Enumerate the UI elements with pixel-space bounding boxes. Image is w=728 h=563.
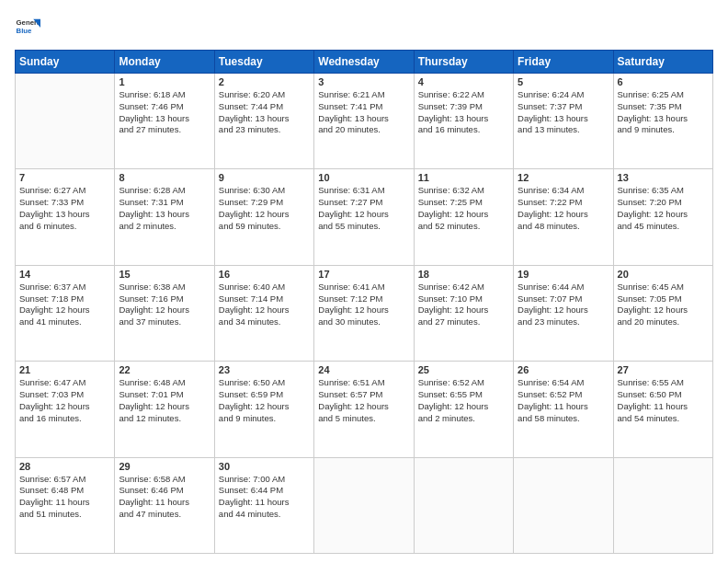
day-number: 26 xyxy=(518,364,609,375)
day-number: 8 xyxy=(119,172,210,183)
calendar-cell: 16Sunrise: 6:40 AMSunset: 7:14 PMDayligh… xyxy=(214,265,313,361)
days-of-week-row: SundayMondayTuesdayWednesdayThursdayFrid… xyxy=(16,51,713,74)
cell-content: Sunrise: 6:42 AMSunset: 7:10 PMDaylight:… xyxy=(418,282,509,328)
calendar-cell: 30Sunrise: 7:00 AMSunset: 6:44 PMDayligh… xyxy=(214,457,313,553)
dow-header-saturday: Saturday xyxy=(613,51,712,74)
day-number: 13 xyxy=(618,172,709,183)
calendar-cell: 22Sunrise: 6:48 AMSunset: 7:01 PMDayligh… xyxy=(115,362,214,457)
calendar-cell: 17Sunrise: 6:41 AMSunset: 7:12 PMDayligh… xyxy=(314,265,414,361)
day-number: 1 xyxy=(119,76,210,87)
day-number: 20 xyxy=(618,269,709,280)
day-number: 23 xyxy=(219,364,310,375)
calendar-cell: 12Sunrise: 6:34 AMSunset: 7:22 PMDayligh… xyxy=(514,169,613,265)
cell-content: Sunrise: 6:24 AMSunset: 7:37 PMDaylight:… xyxy=(518,89,609,136)
cell-content: Sunrise: 6:38 AMSunset: 7:16 PMDaylight:… xyxy=(119,282,210,328)
calendar-cell xyxy=(414,457,513,553)
calendar-cell: 6Sunrise: 6:25 AMSunset: 7:35 PMDaylight… xyxy=(613,74,712,169)
day-number: 7 xyxy=(19,172,110,183)
week-row-4: 21Sunrise: 6:47 AMSunset: 7:03 PMDayligh… xyxy=(16,362,713,457)
dow-header-friday: Friday xyxy=(514,51,613,74)
calendar-cell xyxy=(16,74,115,169)
week-row-2: 7Sunrise: 6:27 AMSunset: 7:33 PMDaylight… xyxy=(16,169,713,265)
day-number: 18 xyxy=(418,269,509,280)
day-number: 4 xyxy=(418,76,509,87)
cell-content: Sunrise: 6:44 AMSunset: 7:07 PMDaylight:… xyxy=(518,282,609,328)
calendar-body: 1Sunrise: 6:18 AMSunset: 7:46 PMDaylight… xyxy=(16,74,713,554)
day-number: 28 xyxy=(19,461,110,472)
day-number: 6 xyxy=(618,76,709,87)
dow-header-thursday: Thursday xyxy=(414,51,513,74)
dow-header-monday: Monday xyxy=(115,51,214,74)
day-number: 30 xyxy=(219,461,310,472)
day-number: 3 xyxy=(318,76,409,87)
cell-content: Sunrise: 6:20 AMSunset: 7:44 PMDaylight:… xyxy=(219,89,310,136)
calendar-cell: 7Sunrise: 6:27 AMSunset: 7:33 PMDaylight… xyxy=(16,169,115,265)
day-number: 27 xyxy=(618,364,709,375)
calendar-cell: 14Sunrise: 6:37 AMSunset: 7:18 PMDayligh… xyxy=(16,265,115,361)
calendar-cell: 8Sunrise: 6:28 AMSunset: 7:31 PMDaylight… xyxy=(115,169,214,265)
day-number: 19 xyxy=(518,269,609,280)
day-number: 9 xyxy=(219,172,310,183)
cell-content: Sunrise: 6:28 AMSunset: 7:31 PMDaylight:… xyxy=(119,185,210,232)
day-number: 24 xyxy=(318,364,409,375)
cell-content: Sunrise: 6:57 AMSunset: 6:48 PMDaylight:… xyxy=(19,474,110,521)
cell-content: Sunrise: 6:18 AMSunset: 7:46 PMDaylight:… xyxy=(119,89,210,136)
calendar-cell: 26Sunrise: 6:54 AMSunset: 6:52 PMDayligh… xyxy=(514,362,613,457)
cell-content: Sunrise: 6:47 AMSunset: 7:03 PMDaylight:… xyxy=(19,377,110,424)
week-row-3: 14Sunrise: 6:37 AMSunset: 7:18 PMDayligh… xyxy=(16,265,713,361)
calendar-cell: 19Sunrise: 6:44 AMSunset: 7:07 PMDayligh… xyxy=(514,265,613,361)
day-number: 29 xyxy=(119,461,210,472)
calendar-cell: 3Sunrise: 6:21 AMSunset: 7:41 PMDaylight… xyxy=(314,74,414,169)
calendar-cell: 10Sunrise: 6:31 AMSunset: 7:27 PMDayligh… xyxy=(314,169,414,265)
cell-content: Sunrise: 6:50 AMSunset: 6:59 PMDaylight:… xyxy=(219,377,310,424)
cell-content: Sunrise: 6:41 AMSunset: 7:12 PMDaylight:… xyxy=(318,282,409,328)
calendar-cell: 18Sunrise: 6:42 AMSunset: 7:10 PMDayligh… xyxy=(414,265,513,361)
day-number: 21 xyxy=(19,364,110,375)
cell-content: Sunrise: 6:55 AMSunset: 6:50 PMDaylight:… xyxy=(618,377,709,424)
calendar-cell: 2Sunrise: 6:20 AMSunset: 7:44 PMDaylight… xyxy=(214,74,313,169)
day-number: 12 xyxy=(518,172,609,183)
day-number: 11 xyxy=(418,172,509,183)
cell-content: Sunrise: 6:37 AMSunset: 7:18 PMDaylight:… xyxy=(19,282,110,328)
calendar-cell: 9Sunrise: 6:30 AMSunset: 7:29 PMDaylight… xyxy=(214,169,313,265)
calendar-cell xyxy=(514,457,613,553)
cell-content: Sunrise: 6:54 AMSunset: 6:52 PMDaylight:… xyxy=(518,377,609,424)
cell-content: Sunrise: 6:22 AMSunset: 7:39 PMDaylight:… xyxy=(418,89,509,136)
cell-content: Sunrise: 6:40 AMSunset: 7:14 PMDaylight:… xyxy=(219,282,310,328)
calendar-cell xyxy=(613,457,712,553)
dow-header-sunday: Sunday xyxy=(16,51,115,74)
cell-content: Sunrise: 6:27 AMSunset: 7:33 PMDaylight:… xyxy=(19,185,110,232)
calendar-cell: 23Sunrise: 6:50 AMSunset: 6:59 PMDayligh… xyxy=(214,362,313,457)
calendar-cell: 13Sunrise: 6:35 AMSunset: 7:20 PMDayligh… xyxy=(613,169,712,265)
dow-header-wednesday: Wednesday xyxy=(314,51,414,74)
svg-text:Blue: Blue xyxy=(17,27,33,35)
calendar-cell: 20Sunrise: 6:45 AMSunset: 7:05 PMDayligh… xyxy=(613,265,712,361)
calendar-cell: 24Sunrise: 6:51 AMSunset: 6:57 PMDayligh… xyxy=(314,362,414,457)
cell-content: Sunrise: 6:34 AMSunset: 7:22 PMDaylight:… xyxy=(518,185,609,232)
cell-content: Sunrise: 6:21 AMSunset: 7:41 PMDaylight:… xyxy=(318,89,409,136)
calendar-cell: 27Sunrise: 6:55 AMSunset: 6:50 PMDayligh… xyxy=(613,362,712,457)
calendar-cell: 25Sunrise: 6:52 AMSunset: 6:55 PMDayligh… xyxy=(414,362,513,457)
day-number: 15 xyxy=(119,269,210,280)
calendar-cell: 21Sunrise: 6:47 AMSunset: 7:03 PMDayligh… xyxy=(16,362,115,457)
cell-content: Sunrise: 6:32 AMSunset: 7:25 PMDaylight:… xyxy=(418,185,509,232)
logo: General Blue xyxy=(15,15,40,40)
cell-content: Sunrise: 6:25 AMSunset: 7:35 PMDaylight:… xyxy=(618,89,709,136)
day-number: 17 xyxy=(318,269,409,280)
calendar-cell: 1Sunrise: 6:18 AMSunset: 7:46 PMDaylight… xyxy=(115,74,214,169)
calendar-cell: 15Sunrise: 6:38 AMSunset: 7:16 PMDayligh… xyxy=(115,265,214,361)
cell-content: Sunrise: 6:48 AMSunset: 7:01 PMDaylight:… xyxy=(119,377,210,424)
week-row-1: 1Sunrise: 6:18 AMSunset: 7:46 PMDaylight… xyxy=(16,74,713,169)
calendar-cell: 29Sunrise: 6:58 AMSunset: 6:46 PMDayligh… xyxy=(115,457,214,553)
cell-content: Sunrise: 6:51 AMSunset: 6:57 PMDaylight:… xyxy=(318,377,409,424)
calendar-cell: 11Sunrise: 6:32 AMSunset: 7:25 PMDayligh… xyxy=(414,169,513,265)
cell-content: Sunrise: 7:00 AMSunset: 6:44 PMDaylight:… xyxy=(219,474,310,521)
cell-content: Sunrise: 6:30 AMSunset: 7:29 PMDaylight:… xyxy=(219,185,310,232)
calendar-cell: 5Sunrise: 6:24 AMSunset: 7:37 PMDaylight… xyxy=(514,74,613,169)
dow-header-tuesday: Tuesday xyxy=(214,51,313,74)
cell-content: Sunrise: 6:35 AMSunset: 7:20 PMDaylight:… xyxy=(618,185,709,232)
week-row-5: 28Sunrise: 6:57 AMSunset: 6:48 PMDayligh… xyxy=(16,457,713,553)
day-number: 16 xyxy=(219,269,310,280)
cell-content: Sunrise: 6:45 AMSunset: 7:05 PMDaylight:… xyxy=(618,282,709,328)
cell-content: Sunrise: 6:58 AMSunset: 6:46 PMDaylight:… xyxy=(119,474,210,521)
